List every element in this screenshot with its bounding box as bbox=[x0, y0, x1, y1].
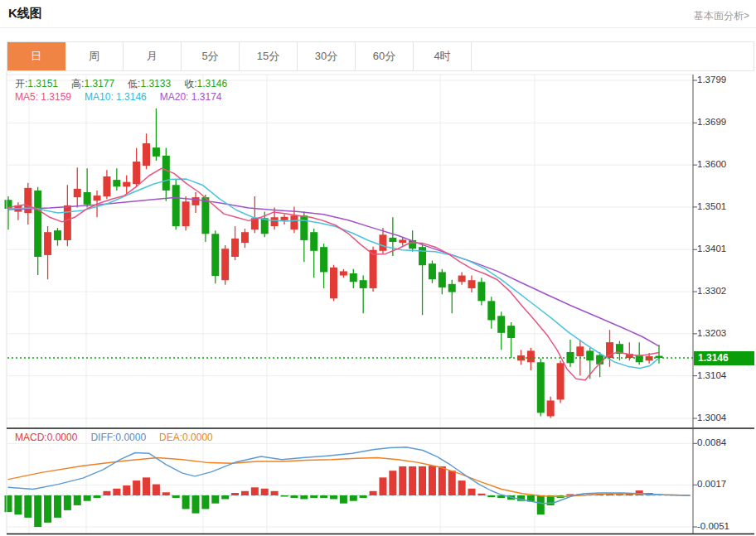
candle-body bbox=[231, 239, 239, 257]
ohlc-low-label: 低: bbox=[128, 78, 140, 89]
ma5-legend: MA5: 1.3159 bbox=[15, 91, 71, 103]
candle-body bbox=[527, 350, 535, 362]
macd-bar bbox=[182, 495, 190, 509]
candle-body bbox=[133, 162, 140, 184]
ohlc-low: 低:1.3133 bbox=[128, 78, 171, 89]
macd-bar bbox=[537, 495, 545, 514]
candle-body bbox=[487, 301, 495, 320]
macd-bar bbox=[429, 466, 436, 495]
candle-body bbox=[340, 271, 347, 275]
candle-body bbox=[310, 232, 317, 251]
candle-body bbox=[389, 238, 396, 242]
macd-bar bbox=[360, 495, 367, 498]
price-axis-label: 1.3104 bbox=[697, 370, 726, 380]
macd-bar bbox=[261, 489, 269, 495]
candle-body bbox=[586, 350, 594, 360]
macd-bar bbox=[251, 487, 259, 495]
macd-bar bbox=[409, 466, 416, 495]
macd-bar bbox=[74, 495, 81, 505]
candle-body bbox=[271, 217, 279, 226]
macd-bar bbox=[399, 466, 406, 495]
ohlc-high-label: 高: bbox=[71, 78, 84, 89]
macd-bar bbox=[123, 485, 130, 495]
candle-body bbox=[34, 191, 41, 257]
macd-bar bbox=[290, 495, 298, 498]
ohlc-high: 高:1.3177 bbox=[71, 78, 114, 89]
candle-body bbox=[153, 147, 160, 157]
macd-bar bbox=[162, 492, 170, 495]
candle-body bbox=[320, 247, 327, 272]
ma20-legend: MA20: 1.3174 bbox=[160, 91, 222, 103]
candle-body bbox=[576, 346, 584, 356]
candle-body bbox=[379, 234, 386, 251]
macd-bar bbox=[143, 477, 150, 495]
candle-body bbox=[399, 239, 406, 243]
macd-bar bbox=[14, 495, 22, 514]
ma10-legend: MA10: 1.3146 bbox=[85, 91, 147, 103]
macd-bar bbox=[153, 485, 160, 495]
macd-bar bbox=[103, 491, 110, 495]
candle-body bbox=[370, 250, 377, 288]
candle-body bbox=[458, 276, 466, 282]
candle-body bbox=[330, 268, 337, 298]
candle-body bbox=[360, 280, 367, 288]
candle-body bbox=[300, 215, 308, 240]
macd-bar bbox=[94, 495, 101, 498]
candle-body bbox=[547, 400, 555, 416]
current-price-tag: 1.3146 bbox=[694, 351, 754, 365]
macd-bar bbox=[458, 480, 466, 495]
diff-legend: DIFF:0.0000 bbox=[90, 432, 146, 443]
candle-body bbox=[143, 143, 150, 166]
ohlc-low-value: 1.3133 bbox=[140, 78, 171, 89]
candle-body bbox=[74, 189, 81, 197]
macd-bar bbox=[211, 495, 219, 504]
macd-bar bbox=[113, 489, 120, 495]
candle-body bbox=[290, 215, 298, 229]
candle-body bbox=[64, 205, 71, 240]
candle-body bbox=[419, 247, 426, 265]
candle-body bbox=[350, 273, 357, 282]
macd-legend: MACD:0.0000DIFF:0.0000DEA:0.0000 bbox=[15, 432, 226, 443]
price-axis-label: 1.3699 bbox=[697, 117, 726, 127]
macd-axis-label: -0.0051 bbox=[697, 521, 729, 531]
price-axis-label: 1.3302 bbox=[697, 286, 726, 296]
macd-bar bbox=[330, 495, 337, 499]
candle-body bbox=[123, 182, 130, 187]
ohlc-high-value: 1.3177 bbox=[84, 78, 114, 89]
price-axis-label: 1.3004 bbox=[697, 413, 726, 423]
macd-bar bbox=[44, 495, 51, 523]
ohlc-close: 收:1.3146 bbox=[184, 78, 227, 89]
macd-bar bbox=[448, 471, 456, 495]
macd-bar bbox=[616, 495, 623, 495]
macd-bar bbox=[5, 495, 12, 512]
macd-bar bbox=[281, 495, 288, 496]
candle-body bbox=[84, 192, 91, 205]
price-axis-label: 1.3501 bbox=[697, 201, 726, 211]
macd-bar bbox=[389, 471, 396, 495]
candle-body bbox=[439, 272, 446, 287]
price-axis-label: 1.3203 bbox=[697, 328, 726, 338]
candle-body bbox=[281, 217, 288, 220]
candle-body bbox=[54, 230, 61, 240]
macd-bar bbox=[350, 495, 357, 501]
price-axis-label: 1.3401 bbox=[697, 244, 726, 254]
macd-bar bbox=[133, 480, 140, 495]
candle-body bbox=[537, 362, 545, 413]
macd-bar bbox=[340, 495, 347, 504]
macd-bar bbox=[477, 494, 485, 495]
ohlc-open: 开:1.3151 bbox=[15, 78, 58, 89]
candle-body bbox=[429, 263, 436, 279]
macd-bar bbox=[419, 466, 426, 495]
candle-body bbox=[477, 282, 485, 301]
candle-body bbox=[191, 197, 199, 205]
candle-body bbox=[507, 326, 515, 338]
candle-body bbox=[497, 316, 505, 333]
candle-body bbox=[448, 284, 456, 292]
candle-body bbox=[172, 185, 180, 226]
candle-body bbox=[211, 234, 219, 276]
macd-bar bbox=[201, 495, 209, 509]
macd-bar bbox=[379, 477, 386, 495]
macd-bar bbox=[370, 491, 377, 495]
candle-body bbox=[182, 201, 190, 226]
candle-body bbox=[44, 232, 51, 255]
